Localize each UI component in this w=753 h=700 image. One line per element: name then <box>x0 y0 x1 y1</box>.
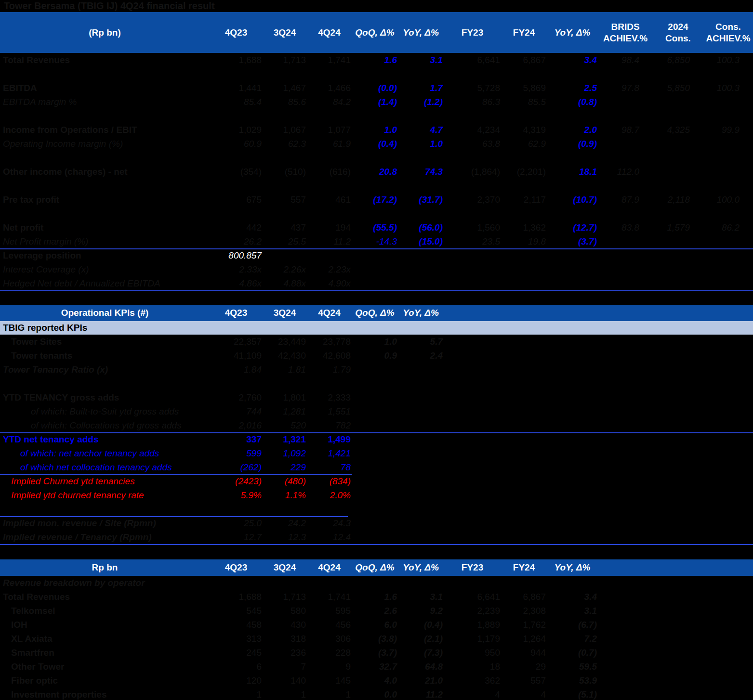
cell: 6,850 <box>653 53 703 67</box>
cell: 20.8 <box>352 165 398 179</box>
cell: 2.5 <box>547 81 598 95</box>
cell: 194 <box>307 220 352 234</box>
table-header-row: Rp bn4Q233Q244Q24QoQ, Δ%YoY, Δ%FY23FY24Y… <box>0 559 753 576</box>
cell: 4.86x <box>210 276 263 290</box>
cell: 4.7 <box>398 123 444 137</box>
cell: 1.1% <box>263 488 307 502</box>
page-title: Tower Bersama (TBIG IJ) 4Q24 financial r… <box>0 0 753 12</box>
cell: 599 <box>210 446 263 460</box>
divider-line <box>0 544 753 545</box>
cell: 3.1 <box>398 53 444 67</box>
cell: 4.90x <box>307 276 352 290</box>
cell: 112.0 <box>598 165 653 179</box>
row-label: of which: net anchor tenancy adds <box>0 446 210 460</box>
cell: (0.4) <box>352 137 398 151</box>
cell: 4,319 <box>501 123 547 137</box>
cell: 98.4 <box>598 53 653 67</box>
cell: (31.7) <box>398 193 444 207</box>
cell: 1,762 <box>501 618 547 632</box>
cell: (10.7) <box>547 193 598 207</box>
cell: 61.9 <box>307 137 352 151</box>
financial-results-table: (Rp bn)4Q233Q244Q24QoQ, Δ%YoY, Δ%FY23FY2… <box>0 12 753 290</box>
column-header: YoY, Δ% <box>398 27 444 39</box>
cell: 337 <box>210 432 263 446</box>
cell: 83.8 <box>598 220 653 234</box>
cell: 23,778 <box>307 335 352 349</box>
cell: 545 <box>210 604 263 618</box>
cell: (3.7) <box>547 234 598 248</box>
row-label: Investment properties <box>0 687 210 700</box>
cell: 1,321 <box>263 432 307 446</box>
cell: 2,016 <box>210 418 263 432</box>
cell: 64.8 <box>398 660 444 674</box>
column-header: 4Q24 <box>307 562 352 573</box>
cell: 85.6 <box>263 95 307 109</box>
cell: 26.2 <box>210 234 263 248</box>
cell: 22,357 <box>210 335 263 349</box>
cell: 24.3 <box>307 516 352 530</box>
table-row: Other income (charges) - net(354)(510)(6… <box>0 165 753 179</box>
cell: 313 <box>210 632 263 646</box>
cell: 120 <box>210 674 263 687</box>
table-row: of which net collocation tenancy adds(26… <box>0 460 753 474</box>
row-label: Tower Tenancy Ratio (x) <box>0 363 210 376</box>
cell: 362 <box>444 674 501 687</box>
table-row: YTD TENANCY gross adds2,7601,8012,333 <box>0 390 753 404</box>
revenue-breakdown-table: Rp bn4Q233Q244Q24QoQ, Δ%YoY, Δ%FY23FY24Y… <box>0 559 753 700</box>
row-label: Revenue breakdown by operator <box>0 576 210 590</box>
column-header: QoQ, Δ% <box>352 27 398 39</box>
cell: (0.4) <box>398 618 444 632</box>
cell: 2.33x <box>210 262 263 276</box>
cell: 1,077 <box>307 123 352 137</box>
table-row: Income from Operations / EBIT1,0291,0671… <box>0 123 753 137</box>
table-subheader: TBIG reported KPIs <box>0 321 753 335</box>
cell: 1.84 <box>210 363 263 376</box>
cell: 229 <box>263 460 307 474</box>
cell: 98.7 <box>598 123 653 137</box>
cell: 86.2 <box>703 220 753 234</box>
cell: 1,560 <box>444 220 501 234</box>
cell: 950 <box>444 646 501 660</box>
column-header: FY23 <box>444 27 501 39</box>
table-row: Hedged Net debt / Annualized EBITDA4.86x… <box>0 276 753 290</box>
cell: (354) <box>210 165 263 179</box>
table-row: Implied mon. revenue / Site (Rpmn)25.024… <box>0 516 753 530</box>
divider-line <box>0 248 753 249</box>
cell: 74.3 <box>398 165 444 179</box>
cell: 1.0 <box>352 123 398 137</box>
cell: 87.9 <box>598 193 653 207</box>
cell: 3.4 <box>547 53 598 67</box>
cell: 11.2 <box>307 234 352 248</box>
cell: 23,449 <box>263 335 307 349</box>
row-label: IOH <box>0 618 210 632</box>
row-label: Tower tenants <box>0 349 210 363</box>
cell: 42,608 <box>307 349 352 363</box>
cell: 41,109 <box>210 349 263 363</box>
cell: 19.8 <box>501 234 547 248</box>
column-header: 4Q23 <box>210 27 263 39</box>
table-row: of which: net anchor tenancy adds5991,09… <box>0 446 753 460</box>
row-label: Income from Operations / EBIT <box>0 123 210 137</box>
cell: 1.79 <box>307 363 352 376</box>
table-row: Pre tax profit675557461(17.2)(31.7)2,370… <box>0 193 753 207</box>
table-row: Fiber optic1201401454.021.036255753.9 <box>0 674 753 687</box>
cell: (2.1) <box>398 632 444 646</box>
cell: 1,467 <box>263 81 307 95</box>
cell: 318 <box>263 632 307 646</box>
cell: 2.0 <box>547 123 598 137</box>
cell: 430 <box>263 618 307 632</box>
cell: 2,308 <box>501 604 547 618</box>
table-row: Telkomsel5455805952.69.22,2392,3083.1 <box>0 604 753 618</box>
column-header: 4Q24 <box>307 307 352 319</box>
column-header: YoY, Δ% <box>547 27 598 39</box>
row-label: Interest Coverage (x) <box>0 262 210 276</box>
blank-row <box>0 67 753 81</box>
cell: 1.7 <box>398 81 444 95</box>
cell: 5.9% <box>210 488 263 502</box>
cell: 595 <box>307 604 352 618</box>
cell: 1,092 <box>263 446 307 460</box>
table-header-row: Operational KPIs (#)4Q233Q244Q24QoQ, Δ%Y… <box>0 305 753 321</box>
cell: (0.9) <box>547 137 598 151</box>
divider-line <box>0 432 753 433</box>
column-header: FY24 <box>501 562 547 573</box>
